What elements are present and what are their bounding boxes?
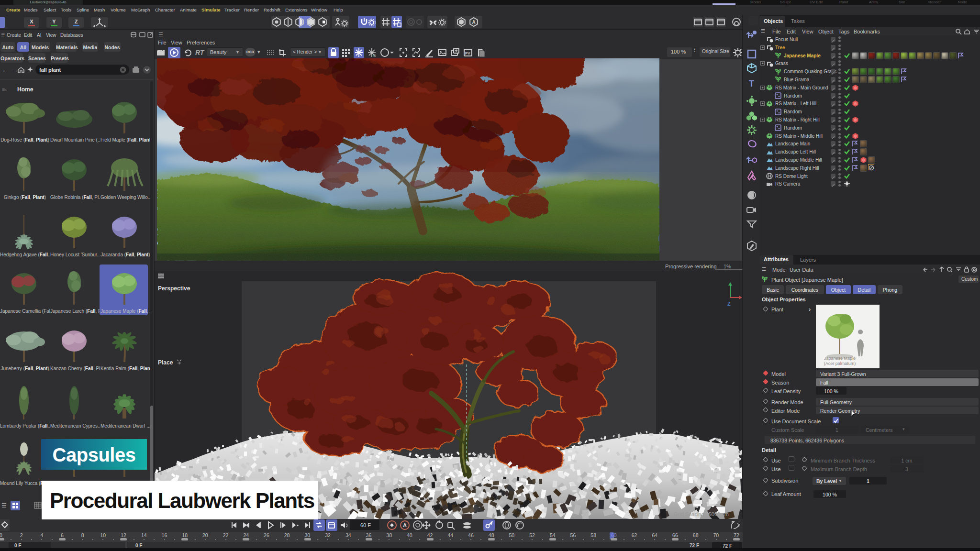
svg-text:G: G xyxy=(373,54,376,57)
svg-text:A: A xyxy=(403,522,407,528)
svg-text:Japanese Maple: Japanese Maple xyxy=(824,356,856,361)
svg-text:Grid Spacing : 5000 cm: Grid Spacing : 5000 cm xyxy=(674,511,729,517)
svg-text:PV: PV xyxy=(465,51,470,55)
svg-text:Perspective: Perspective xyxy=(158,285,190,292)
svg-text:(Acer palmatum): (Acer palmatum) xyxy=(824,361,856,366)
svg-text:Place: Place xyxy=(158,359,173,366)
svg-text:A: A xyxy=(472,20,475,25)
svg-text:Z: Z xyxy=(727,301,731,307)
svg-text:T: T xyxy=(749,79,754,88)
